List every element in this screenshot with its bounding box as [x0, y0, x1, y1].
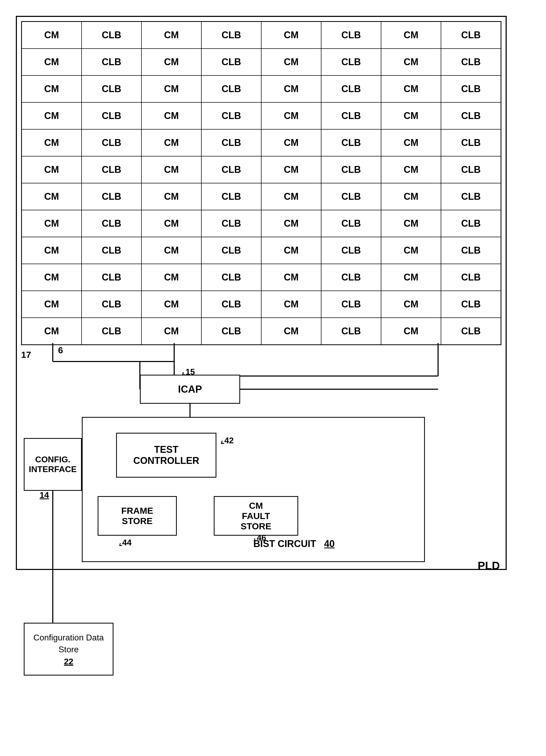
- grid-cell: CM: [381, 264, 441, 291]
- grid-cell: CLB: [82, 76, 142, 102]
- grid-cell: CM: [381, 130, 441, 156]
- grid-cell: CLB: [202, 237, 262, 264]
- label-17: 17: [21, 350, 31, 360]
- grid-cell: CLB: [202, 76, 262, 102]
- grid-cell: CM: [22, 210, 82, 237]
- grid-row: CMCLBCMCLBCMCLBCMCLB: [22, 318, 501, 344]
- grid-cell: CLB: [202, 291, 262, 317]
- icap-label: ICAP: [178, 384, 202, 395]
- grid-cell: CLB: [82, 49, 142, 75]
- grid-cell: CM: [142, 156, 202, 183]
- test-controller-label: TEST CONTROLLER: [133, 444, 199, 466]
- grid-cell: CM: [22, 183, 82, 210]
- grid-cell: CM: [22, 130, 82, 156]
- test-controller-box: TEST CONTROLLER: [116, 433, 216, 478]
- grid-cell: CM: [262, 103, 321, 129]
- grid-cell: CM: [381, 76, 441, 102]
- grid-cell: CM: [262, 49, 321, 75]
- grid-cell: CLB: [202, 156, 262, 183]
- grid-cell: CLB: [82, 237, 142, 264]
- grid-cell: CM: [381, 210, 441, 237]
- config-data-store-box: Configuration Data Store 22: [24, 623, 113, 676]
- label-44: ⌞44: [119, 538, 132, 548]
- icap-box: ICAP: [140, 375, 240, 404]
- grid-cell: CLB: [321, 291, 381, 317]
- grid-cell: CLB: [82, 291, 142, 317]
- grid-cell: CLB: [441, 76, 501, 102]
- config-interface-label: CONFIG. INTERFACE: [29, 455, 77, 474]
- cm-fault-label: CM FAULT STORE: [241, 501, 272, 531]
- grid-cell: CM: [262, 156, 321, 183]
- grid-cell: CM: [142, 22, 202, 48]
- grid-row: CMCLBCMCLBCMCLBCMCLB: [22, 130, 501, 156]
- grid-cell: CM: [22, 156, 82, 183]
- grid-cell: CLB: [202, 103, 262, 129]
- grid-cell: CM: [22, 49, 82, 75]
- grid-cell: CLB: [202, 49, 262, 75]
- grid-cell: CM: [142, 103, 202, 129]
- grid-cell: CM: [142, 49, 202, 75]
- label-46: ⌞46: [253, 533, 266, 543]
- grid-cell: CM: [381, 103, 441, 129]
- grid-cell: CLB: [321, 210, 381, 237]
- grid-cell: CM: [381, 49, 441, 75]
- grid-row: CMCLBCMCLBCMCLBCMCLB: [22, 103, 501, 130]
- grid-cell: CLB: [321, 237, 381, 264]
- grid-row: CMCLBCMCLBCMCLBCMCLB: [22, 183, 501, 210]
- grid-cell: CLB: [441, 156, 501, 183]
- pld-label: PLD: [478, 559, 500, 572]
- grid-cell: CM: [262, 318, 321, 344]
- grid-cell: CM: [262, 76, 321, 102]
- grid-cell: CM: [22, 291, 82, 317]
- grid-container: CMCLBCMCLBCMCLBCMCLBCMCLBCMCLBCMCLBCMCLB…: [21, 21, 501, 345]
- grid-cell: CM: [142, 130, 202, 156]
- grid-cell: CM: [381, 318, 441, 344]
- cm-fault-store-box: CM FAULT STORE: [214, 496, 298, 536]
- label-6: 6: [58, 345, 63, 355]
- grid-cell: CM: [262, 210, 321, 237]
- grid-cell: CLB: [441, 183, 501, 210]
- grid-cell: CM: [381, 237, 441, 264]
- grid-cell: CM: [22, 76, 82, 102]
- grid-cell: CM: [142, 237, 202, 264]
- grid-cell: CM: [142, 318, 202, 344]
- grid-cell: CM: [381, 22, 441, 48]
- grid-cell: CM: [22, 103, 82, 129]
- grid-cell: CLB: [441, 130, 501, 156]
- grid-cell: CLB: [321, 22, 381, 48]
- grid-cell: CLB: [321, 130, 381, 156]
- grid-cell: CM: [262, 291, 321, 317]
- config-interface-box: CONFIG. INTERFACE: [24, 438, 82, 491]
- grid-cell: CLB: [82, 318, 142, 344]
- grid-cell: CM: [381, 183, 441, 210]
- label-15: ⌞15: [182, 367, 195, 377]
- grid-cell: CM: [262, 264, 321, 291]
- grid-cell: CM: [22, 22, 82, 48]
- frame-store-box: FRAME STORE: [98, 496, 177, 536]
- grid-cell: CLB: [441, 49, 501, 75]
- grid-cell: CLB: [441, 210, 501, 237]
- grid-row: CMCLBCMCLBCMCLBCMCLB: [22, 210, 501, 237]
- grid-row: CMCLBCMCLBCMCLBCMCLB: [22, 156, 501, 183]
- grid-row: CMCLBCMCLBCMCLBCMCLB: [22, 237, 501, 264]
- grid-cell: CM: [262, 130, 321, 156]
- grid-cell: CLB: [202, 318, 262, 344]
- grid-cell: CLB: [82, 210, 142, 237]
- grid-cell: CLB: [321, 156, 381, 183]
- grid-cell: CLB: [441, 291, 501, 317]
- grid-cell: CM: [381, 291, 441, 317]
- grid-row: CMCLBCMCLBCMCLBCMCLB: [22, 49, 501, 76]
- grid-cell: CM: [142, 183, 202, 210]
- grid-cell: CLB: [321, 183, 381, 210]
- grid-row: CMCLBCMCLBCMCLBCMCLB: [22, 264, 501, 291]
- label-42: ⌞42: [220, 435, 234, 445]
- grid-cell: CLB: [321, 318, 381, 344]
- grid-cell: CM: [22, 318, 82, 344]
- grid-cell: CLB: [82, 130, 142, 156]
- grid-cell: CM: [262, 22, 321, 48]
- config-data-label: Configuration Data Store: [34, 632, 104, 655]
- grid-cell: CM: [262, 183, 321, 210]
- grid-cell: CLB: [82, 264, 142, 291]
- grid-cell: CLB: [441, 22, 501, 48]
- grid-cell: CLB: [441, 318, 501, 344]
